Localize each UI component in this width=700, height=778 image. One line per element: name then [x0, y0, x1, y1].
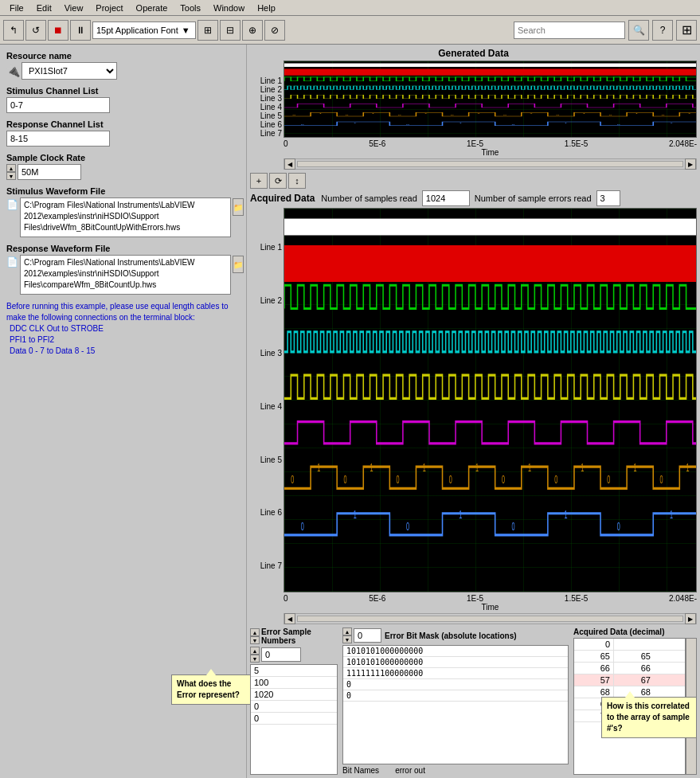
bitmask-down[interactable]: ▼ — [342, 635, 352, 643]
menu-file[interactable]: File — [3, 2, 30, 14]
help-btn[interactable]: ? — [652, 20, 673, 41]
svg-text:0: 0 — [617, 123, 620, 125]
correlation-tooltip: How is this correlated to the array of s… — [601, 697, 697, 738]
gen-x1: 5E-6 — [369, 139, 385, 148]
bitmask-item-4: 0 — [343, 679, 568, 690]
error-sample-up[interactable]: ▲ — [250, 628, 260, 636]
acq-zoom-out-btn[interactable]: ⟳ — [269, 173, 287, 189]
generated-data-chart[interactable]: 0 1 0 1 0 1 0 1 0 1 0 1 0 — [284, 61, 697, 138]
acq-x2: 1E-5 — [467, 594, 483, 603]
reorder-btn[interactable]: ⊘ — [264, 20, 285, 41]
error-sample-title: Error Sample Numbers — [261, 627, 338, 645]
svg-text:1: 1 — [670, 122, 673, 123]
acq-x4: 2.048E- — [669, 594, 697, 603]
error-sample-item-1: 5 — [251, 665, 337, 677]
error-index-down[interactable]: ▼ — [250, 655, 260, 663]
svg-text:1: 1 — [459, 508, 462, 520]
sample-clock-input[interactable] — [18, 164, 81, 180]
svg-text:0: 0 — [511, 123, 514, 125]
response-channel-input[interactable] — [6, 131, 110, 147]
acq-line-labels: Line 1 Line 2 Line 3 Line 4 Line 5 Line … — [250, 208, 284, 624]
error-sample-list[interactable]: 5 100 1020 0 0 — [250, 664, 338, 775]
context-help-btn[interactable]: ⊞ — [676, 20, 697, 41]
svg-text:1: 1 — [354, 122, 357, 123]
svg-text:1: 1 — [477, 112, 480, 114]
svg-text:0: 0 — [397, 473, 400, 485]
gen-scroll-left-btn[interactable]: ◀ — [284, 158, 295, 170]
resource-icon: 🔌 — [6, 65, 20, 77]
resize-btn[interactable]: ⊕ — [242, 20, 263, 41]
generated-data-title: Generated Data — [250, 48, 697, 59]
broken-run-btn[interactable]: ↺ — [25, 20, 46, 41]
menu-tools[interactable]: Tools — [174, 2, 207, 14]
svg-rect-0 — [284, 64, 696, 67]
bitmask-item-5: 0 — [343, 690, 568, 702]
acq-scroll-right-btn[interactable]: ▶ — [685, 613, 696, 624]
error-bit-mask-list[interactable]: 1010101000000000 1010101000000000 111111… — [342, 645, 569, 764]
acquired-data-chart[interactable]: 0 1 0 1 0 1 0 1 0 1 0 1 0 — [284, 208, 697, 592]
menu-view[interactable]: View — [58, 2, 90, 14]
response-browse-btn[interactable]: 📁 — [233, 256, 244, 273]
stimulus-browse-btn[interactable]: 📁 — [233, 198, 244, 216]
acq-zoom-in-btn[interactable]: + — [250, 173, 268, 189]
bottom-labels: Bit Names error out — [342, 766, 569, 775]
menu-project[interactable]: Project — [89, 2, 129, 14]
acq-scroll-left-btn[interactable]: ◀ — [284, 613, 295, 624]
svg-text:1: 1 — [686, 462, 690, 474]
svg-text:1: 1 — [530, 112, 533, 114]
gen-chart-scrollbar[interactable]: ◀ ▶ — [284, 158, 697, 170]
decimal-right-3: 67 — [614, 674, 654, 686]
svg-text:0: 0 — [346, 114, 349, 115]
abort-btn[interactable]: ⏹ — [48, 20, 68, 41]
search-button[interactable]: 🔍 — [628, 20, 649, 41]
error-index-up[interactable]: ▲ — [250, 647, 260, 655]
bitmask-up[interactable]: ▲ — [342, 627, 352, 635]
run-arrow-btn[interactable]: ↰ — [3, 20, 24, 41]
stimulus-channel-input[interactable] — [6, 97, 110, 113]
sample-clock-down[interactable]: ▼ — [6, 172, 16, 180]
sample-clock-up[interactable]: ▲ — [6, 164, 16, 172]
decimal-right-1: 65 — [614, 651, 654, 662]
error-sample-down[interactable]: ▼ — [250, 636, 260, 644]
bitmask-item-1: 1010101000000000 — [343, 646, 568, 657]
acq-header: Acquired Data Number of samples read 102… — [250, 190, 697, 206]
svg-text:0: 0 — [406, 520, 409, 532]
connection-list: DDC CLK Out to STROBE PFI1 to PFI2 Data … — [10, 323, 240, 357]
resource-name-dropdown[interactable]: PXI1Slot7 — [22, 62, 117, 80]
error-sample-item-5: 0 — [251, 713, 337, 725]
svg-text:1: 1 — [354, 508, 357, 520]
svg-text:0: 0 — [301, 123, 304, 125]
sample-clock-label: Sample Clock Rate — [6, 153, 240, 162]
acq-decimal-title: Acquired Data (decimal) — [573, 627, 697, 636]
acq-line4-label: Line 4 — [250, 402, 282, 411]
menu-help[interactable]: Help — [251, 2, 282, 14]
acq-chart-scrollbar[interactable]: ◀ ▶ — [284, 613, 697, 624]
sample-clock-arrows: ▲ ▼ — [6, 164, 16, 180]
decimal-left-1: 65 — [574, 651, 614, 662]
samples-read-row: Number of samples read 1024 Number of sa… — [321, 190, 620, 206]
svg-rect-2 — [284, 77, 696, 78]
gen-line4-label: Line 4 — [250, 103, 282, 111]
svg-text:1: 1 — [582, 112, 585, 114]
menu-operate[interactable]: Operate — [130, 2, 174, 14]
acq-x0: 0 — [284, 594, 288, 603]
error-bit-mask-panel: ▲ ▼ 0 Error Bit Mask (absolute locations… — [342, 627, 569, 775]
acq-cursor-btn[interactable]: ↕ — [288, 173, 306, 189]
error-sample-panel: ▲ ▼ Error Sample Numbers ▲ ▼ 0 5 100 102… — [250, 627, 338, 775]
tooltip-arrow-up — [206, 669, 216, 675]
menu-edit[interactable]: Edit — [30, 2, 58, 14]
bit-names-label: Bit Names — [342, 766, 379, 775]
search-input[interactable] — [514, 22, 625, 39]
gen-x0: 0 — [284, 139, 288, 148]
align-btn[interactable]: ⊞ — [197, 20, 218, 41]
distribute-btn[interactable]: ⊟ — [220, 20, 241, 41]
gen-scroll-right-btn[interactable]: ▶ — [685, 158, 696, 170]
generated-data-section: Generated Data Line 1 Line 2 Line 3 Line… — [250, 48, 697, 170]
font-selector[interactable]: 15pt Application Font ▼ — [92, 22, 196, 39]
menu-window[interactable]: Window — [207, 2, 251, 14]
bitmask-item-3: 1111111100000000 — [343, 668, 568, 679]
svg-text:0: 0 — [556, 114, 559, 115]
svg-text:1: 1 — [633, 462, 636, 474]
pause-btn[interactable]: ⏸ — [70, 20, 91, 41]
svg-text:1: 1 — [688, 112, 691, 114]
